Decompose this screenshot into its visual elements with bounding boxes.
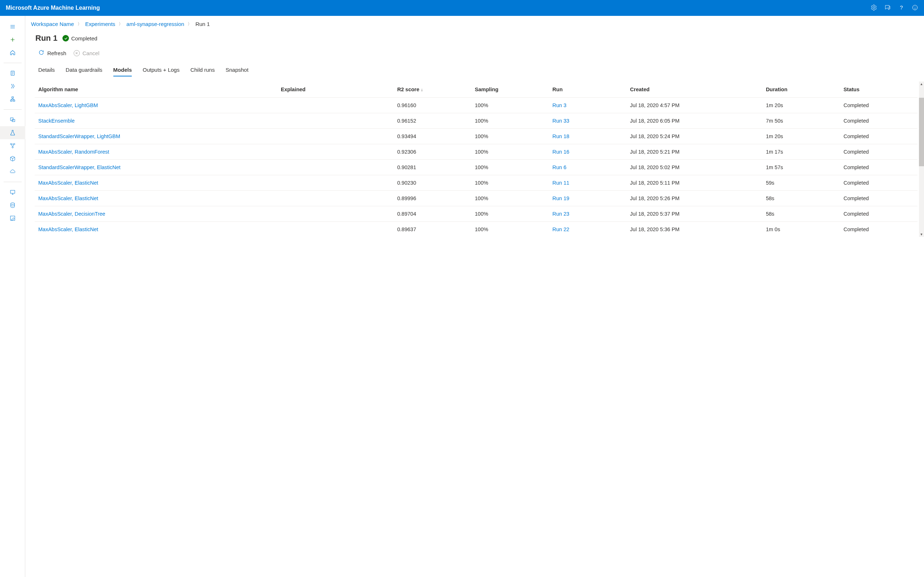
settings-icon[interactable] <box>871 4 877 12</box>
cell-created: Jul 18, 2020 6:05 PM <box>627 113 762 129</box>
scroll-up-icon[interactable]: ▲ <box>919 82 924 87</box>
cell-algorithm[interactable]: MaxAbsScaler, ElasticNet <box>35 191 277 206</box>
cell-algorithm[interactable]: StackEnsemble <box>35 113 277 129</box>
breadcrumb-current: Run 1 <box>195 21 210 27</box>
table-row[interactable]: MaxAbsScaler, ElasticNet0.90230100%Run 1… <box>35 175 918 191</box>
table-row[interactable]: MaxAbsScaler, DecisionTree0.89704100%Run… <box>35 206 918 222</box>
svg-rect-6 <box>10 100 12 102</box>
table-row[interactable]: StandardScalerWrapper, ElasticNet0.90281… <box>35 160 918 175</box>
cell-run[interactable]: Run 33 <box>549 113 627 129</box>
col-r2-score[interactable]: R2 score↓ <box>394 82 472 98</box>
smiley-icon[interactable] <box>912 4 918 12</box>
models-icon[interactable] <box>0 152 25 165</box>
cell-algorithm[interactable]: MaxAbsScaler, DecisionTree <box>35 206 277 222</box>
scrollbar[interactable]: ▲ ▼ <box>919 82 924 237</box>
cell-duration: 7m 50s <box>762 113 840 129</box>
tab-details[interactable]: Details <box>38 64 55 76</box>
add-new-icon[interactable] <box>0 33 25 46</box>
tab-models[interactable]: Models <box>113 64 132 76</box>
endpoints-icon[interactable] <box>0 165 25 178</box>
left-sidebar <box>0 16 25 577</box>
cell-r2: 0.89637 <box>394 222 472 237</box>
cell-r2: 0.90281 <box>394 160 472 175</box>
table-row[interactable]: MaxAbsScaler, LightGBM0.96160100%Run 3Ju… <box>35 98 918 113</box>
datasets-icon[interactable] <box>0 113 25 126</box>
cell-explained <box>277 160 394 175</box>
col-created[interactable]: Created <box>627 82 762 98</box>
cell-duration: 59s <box>762 175 840 191</box>
status-text: Completed <box>71 35 97 42</box>
cell-status: Completed <box>840 144 918 160</box>
cancel-icon: ✕ <box>74 50 80 56</box>
table-row[interactable]: StackEnsemble0.96152100%Run 33Jul 18, 20… <box>35 113 918 129</box>
labeling-icon[interactable] <box>0 212 25 225</box>
scroll-thumb[interactable] <box>919 98 924 166</box>
cell-created: Jul 18, 2020 5:37 PM <box>627 206 762 222</box>
cell-run[interactable]: Run 19 <box>549 191 627 206</box>
col-sampling[interactable]: Sampling <box>472 82 549 98</box>
experiments-icon[interactable] <box>0 126 25 139</box>
cell-duration: 58s <box>762 191 840 206</box>
svg-point-11 <box>13 143 15 145</box>
cell-algorithm[interactable]: StandardScalerWrapper, ElasticNet <box>35 160 277 175</box>
scroll-down-icon[interactable]: ▼ <box>919 232 924 237</box>
cell-explained <box>277 129 394 144</box>
col-algorithm-name[interactable]: Algorithm name <box>35 82 277 98</box>
help-icon[interactable]: ? <box>898 4 905 12</box>
col-duration[interactable]: Duration <box>762 82 840 98</box>
cell-run[interactable]: Run 11 <box>549 175 627 191</box>
cell-created: Jul 18, 2020 5:24 PM <box>627 129 762 144</box>
refresh-button[interactable]: Refresh <box>38 49 66 56</box>
cell-r2: 0.89996 <box>394 191 472 206</box>
cell-algorithm[interactable]: MaxAbsScaler, LightGBM <box>35 98 277 113</box>
col-status[interactable]: Status <box>840 82 918 98</box>
cell-algorithm[interactable]: StandardScalerWrapper, LightGBM <box>35 129 277 144</box>
cell-explained <box>277 98 394 113</box>
tab-data-guardrails[interactable]: Data guardrails <box>66 64 102 76</box>
cell-run[interactable]: Run 16 <box>549 144 627 160</box>
cell-created: Jul 18, 2020 5:26 PM <box>627 191 762 206</box>
table-row[interactable]: MaxAbsScaler, RandomForest0.92306100%Run… <box>35 144 918 160</box>
table-row[interactable]: MaxAbsScaler, ElasticNet0.89637100%Run 2… <box>35 222 918 237</box>
cell-r2: 0.96152 <box>394 113 472 129</box>
cell-sampling: 100% <box>472 206 549 222</box>
notebooks-icon[interactable] <box>0 67 25 80</box>
tab-outputs-logs[interactable]: Outputs + Logs <box>142 64 179 76</box>
table-row[interactable]: StandardScalerWrapper, LightGBM0.9349410… <box>35 129 918 144</box>
pipelines-icon[interactable] <box>0 139 25 152</box>
col-run[interactable]: Run <box>549 82 627 98</box>
breadcrumb-experiment-name[interactable]: aml-synapse-regression <box>126 21 184 27</box>
cell-created: Jul 18, 2020 5:02 PM <box>627 160 762 175</box>
menu-toggle-icon[interactable] <box>0 20 25 33</box>
cell-sampling: 100% <box>472 98 549 113</box>
col-explained[interactable]: Explained <box>277 82 394 98</box>
cell-run[interactable]: Run 22 <box>549 222 627 237</box>
home-icon[interactable] <box>0 46 25 59</box>
cell-r2: 0.89704 <box>394 206 472 222</box>
table-row[interactable]: MaxAbsScaler, ElasticNet0.89996100%Run 1… <box>35 191 918 206</box>
tab-child-runs[interactable]: Child runs <box>190 64 215 76</box>
cancel-label: Cancel <box>82 50 100 56</box>
cell-algorithm[interactable]: MaxAbsScaler, ElasticNet <box>35 222 277 237</box>
datastores-icon[interactable] <box>0 199 25 212</box>
compute-icon[interactable] <box>0 186 25 199</box>
cell-run[interactable]: Run 18 <box>549 129 627 144</box>
cell-duration: 1m 20s <box>762 98 840 113</box>
cell-duration: 1m 17s <box>762 144 840 160</box>
status-badge: Completed <box>63 35 97 42</box>
cell-run[interactable]: Run 3 <box>549 98 627 113</box>
tab-snapshot[interactable]: Snapshot <box>226 64 248 76</box>
breadcrumb-experiments[interactable]: Experiments <box>85 21 115 27</box>
cell-created: Jul 18, 2020 5:21 PM <box>627 144 762 160</box>
cell-run[interactable]: Run 23 <box>549 206 627 222</box>
cell-run[interactable]: Run 6 <box>549 160 627 175</box>
breadcrumb-workspace[interactable]: Workspace Name <box>31 21 74 27</box>
feedback-icon[interactable] <box>884 4 891 12</box>
automl-icon[interactable] <box>0 80 25 93</box>
svg-point-1 <box>913 5 918 10</box>
svg-point-10 <box>10 143 11 145</box>
designer-icon[interactable] <box>0 93 25 106</box>
cell-algorithm[interactable]: MaxAbsScaler, RandomForest <box>35 144 277 160</box>
cell-algorithm[interactable]: MaxAbsScaler, ElasticNet <box>35 175 277 191</box>
cell-created: Jul 18, 2020 5:11 PM <box>627 175 762 191</box>
